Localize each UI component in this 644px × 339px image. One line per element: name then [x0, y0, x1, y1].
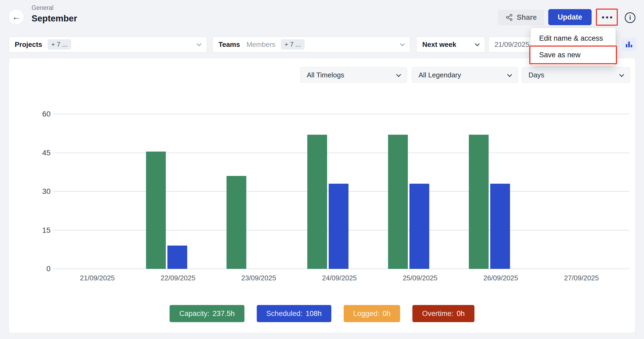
ellipsis-icon — [602, 16, 604, 18]
legend-capacity-label: Capacity: — [179, 310, 209, 318]
x-tick-label: 25/09/2025 — [403, 274, 438, 282]
legend-capacity[interactable]: Capacity: 237.5h — [170, 305, 244, 322]
ellipsis-icon — [610, 16, 612, 18]
legend-logged-value: 0h — [382, 310, 390, 318]
bar-capacity-26-09-2025[interactable] — [469, 135, 489, 269]
left-arrow-icon: ← — [12, 12, 21, 22]
bar-chart-icon — [625, 40, 633, 49]
period-select[interactable]: Next week — [416, 36, 485, 52]
granularity-value: Days — [528, 71, 544, 79]
legend-overtime-value: 0h — [457, 310, 465, 318]
legend-overtime-label: Overtime: — [422, 310, 453, 318]
legend-logged[interactable]: Logged: 0h — [344, 305, 400, 322]
legend-capacity-value: 237.5h — [213, 310, 235, 318]
teams-count-chip[interactable]: + 7 ... — [281, 39, 305, 50]
bar-scheduled-26-09-2025[interactable] — [490, 184, 510, 269]
menu-item-save-as-new[interactable]: Save as new — [531, 47, 616, 63]
info-icon: i — [629, 14, 631, 21]
y-tick-label: 0 — [46, 265, 51, 273]
chevron-down-icon — [400, 41, 405, 46]
x-tick-label: 23/09/2025 — [241, 274, 276, 282]
y-tick-label: 45 — [42, 149, 51, 157]
bar-scheduled-24-09-2025[interactable] — [329, 184, 348, 269]
plot-area — [57, 114, 622, 269]
chevron-down-icon — [396, 72, 401, 77]
more-options-button[interactable] — [599, 11, 615, 24]
chart-view-button[interactable] — [622, 38, 636, 51]
chevron-down-icon — [507, 72, 512, 77]
info-button[interactable]: i — [625, 12, 635, 23]
team-filter-value: All Legendary — [419, 71, 461, 79]
projects-count-chip[interactable]: + 7 ... — [48, 39, 71, 50]
timelog-filter-select[interactable]: All Timelogs — [300, 67, 407, 83]
page-title: September — [32, 13, 77, 24]
x-tick-label: 22/09/2025 — [160, 274, 195, 282]
bar-scheduled-22-09-2025[interactable] — [167, 246, 187, 269]
granularity-select[interactable]: Days — [522, 67, 630, 83]
teams-members-filter[interactable]: Teams Members + 7 ... — [212, 36, 410, 52]
chart-legend: Capacity: 237.5h Scheduled: 108h Logged:… — [9, 305, 635, 322]
bar-scheduled-25-09-2025[interactable] — [409, 184, 429, 269]
update-button[interactable]: Update — [548, 9, 592, 25]
context-menu: Edit name & access Save as new — [531, 28, 616, 65]
teams-filter-label: Teams — [218, 40, 240, 49]
chevron-down-icon — [197, 41, 201, 46]
share-button-label: Share — [517, 13, 537, 22]
breadcrumb: General — [32, 4, 53, 12]
date-value: 21/09/2025 — [494, 40, 529, 49]
share-icon — [505, 14, 513, 21]
report-chart-card: All Timelogs All Legendary Days 01530456… — [9, 58, 635, 333]
bar-capacity-23-09-2025[interactable] — [227, 176, 246, 269]
y-tick-label: 15 — [42, 226, 51, 235]
legend-logged-label: Logged: — [353, 310, 379, 318]
back-button[interactable]: ← — [9, 9, 24, 25]
legend-scheduled-label: Scheduled: — [266, 310, 302, 318]
period-select-value: Next week — [422, 40, 456, 49]
legend-scheduled[interactable]: Scheduled: 108h — [257, 305, 331, 322]
x-tick-label: 27/09/2025 — [564, 274, 599, 282]
members-filter-label: Members — [246, 40, 275, 49]
projects-filter-label: Projects — [15, 40, 42, 49]
legend-overtime[interactable]: Overtime: 0h — [412, 305, 474, 322]
y-tick-label: 30 — [42, 187, 51, 196]
team-filter-select[interactable]: All Legendary — [412, 67, 518, 83]
ellipsis-icon — [606, 16, 608, 18]
x-axis: 21/09/202522/09/202523/09/202524/09/2025… — [57, 274, 622, 285]
menu-item-edit-name-access[interactable]: Edit name & access — [531, 30, 616, 47]
share-button[interactable]: Share — [498, 10, 544, 25]
bar-capacity-25-09-2025[interactable] — [388, 135, 408, 269]
timelog-filter-value: All Timelogs — [307, 71, 344, 79]
chevron-down-icon — [619, 72, 624, 77]
x-tick-label: 26/09/2025 — [483, 274, 518, 282]
x-tick-label: 24/09/2025 — [322, 274, 357, 282]
chevron-down-icon — [475, 41, 480, 46]
y-tick-label: 60 — [42, 110, 51, 118]
x-tick-label: 21/09/2025 — [80, 274, 115, 282]
legend-scheduled-value: 108h — [306, 310, 322, 318]
bar-capacity-24-09-2025[interactable] — [307, 135, 327, 269]
bar-capacity-22-09-2025[interactable] — [146, 152, 166, 269]
projects-filter[interactable]: Projects + 7 ... — [9, 36, 207, 52]
y-axis: 015304560 — [24, 114, 51, 269]
